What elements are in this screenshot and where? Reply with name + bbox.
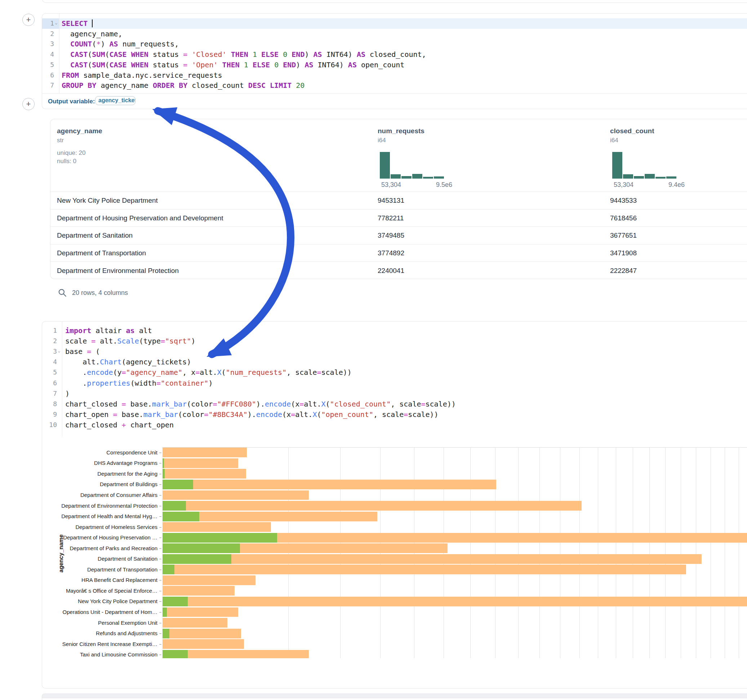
histogram-bar <box>655 177 665 179</box>
open_count-bar <box>163 554 231 564</box>
code-line: COUNT(*) AS num_requests, <box>62 39 747 48</box>
next-cell-top <box>42 698 747 700</box>
previous-cell-bottom-edge <box>42 0 747 3</box>
output-variable-bar: Output variable: agency_tickets <box>42 93 747 109</box>
code-line: chart_closed = base.mark_bar(color="#FFC… <box>65 400 747 408</box>
table-cell: Department of Environmental Protection <box>57 267 179 275</box>
line-number: 4 <box>42 50 54 58</box>
y-axis-tick <box>159 634 162 634</box>
column-header-num_requests[interactable]: num_requests <box>378 127 425 135</box>
y-axis-tick <box>159 453 162 453</box>
open_count-bar <box>163 469 165 478</box>
histogram-bar <box>434 177 444 179</box>
y-axis-tick <box>159 601 162 602</box>
code-line: SELECT <box>62 19 747 28</box>
altair-chart-output: Correspondence UnitDHS Advantage Program… <box>42 442 747 658</box>
gridline <box>560 447 560 658</box>
python-cell[interactable]: 1import altair as alt2scale = alt.Scale(… <box>42 321 747 688</box>
histogram-bar <box>380 152 390 179</box>
table-row[interactable]: Department of Sanitation37494853677651 <box>50 226 747 244</box>
column-meta: unique: 20 <box>57 149 85 157</box>
y-axis-label: DHS Advantage Programs <box>42 460 157 466</box>
y-axis-tick <box>159 559 162 559</box>
y-axis-tick <box>159 474 162 474</box>
gridline <box>540 447 540 658</box>
closed_count-bar <box>163 554 702 564</box>
line-number: 2 <box>42 30 54 38</box>
next-cell-collapsed-strip[interactable] <box>42 694 747 698</box>
open_count-bar <box>163 459 164 468</box>
open_count-bar <box>163 650 188 658</box>
y-axis-tick <box>159 516 162 517</box>
y-axis-tick <box>159 484 162 485</box>
y-axis-tick <box>159 538 162 538</box>
code-line: agency_name, <box>62 30 747 38</box>
python-code-editor[interactable]: 1import altair as alt2scale = alt.Scale(… <box>42 321 747 437</box>
table-cell: 2222847 <box>610 267 637 275</box>
code-line: chart_open = base.mark_bar(color="#8BC34… <box>65 410 747 419</box>
table-row[interactable]: Department of Housing Preservation and D… <box>50 209 747 227</box>
closed_count-bar <box>163 459 238 468</box>
add-cell-button-top[interactable]: + <box>22 14 35 26</box>
code-line: base = ( <box>65 347 747 356</box>
open_count-bar <box>163 597 188 606</box>
search-icon[interactable] <box>57 288 67 297</box>
closed_count-bar <box>163 639 244 649</box>
plot-top-border <box>163 447 747 448</box>
line-number: 7 <box>42 389 57 397</box>
table-cell: Department of Housing Preservation and D… <box>57 214 224 222</box>
histogram-max-label: 9.4e6 <box>668 181 685 189</box>
column-header-closed_count[interactable]: closed_count <box>610 127 654 135</box>
gridline <box>665 447 665 658</box>
code-line: alt.Chart(agency_tickets) <box>65 358 747 366</box>
gridline <box>681 447 681 658</box>
closed_count-bar <box>163 618 227 628</box>
line-number: 1 <box>42 327 57 334</box>
y-axis-label: Department of Consumer Affairs <box>42 492 157 498</box>
gridline <box>725 447 725 658</box>
gridline <box>649 447 650 658</box>
y-axis-label: Department of Homeless Services <box>42 524 157 530</box>
line-number: 9 <box>42 410 57 418</box>
sql-cell[interactable]: 1⌄SELECT 2 agency_name,3 COUNT(*) AS num… <box>42 13 747 109</box>
fold-chevron-icon[interactable]: ⌄ <box>55 20 57 25</box>
table-cell: Department of Transportation <box>57 249 146 257</box>
line-number: 6 <box>42 71 54 79</box>
fold-chevron-icon[interactable]: ⌄ <box>57 348 60 353</box>
y-axis-label: Senior Citizen Rent Increase Exempti… <box>42 641 157 647</box>
column-type: i64 <box>610 137 618 144</box>
text-cursor <box>92 20 92 27</box>
table-row-count: 20 rows, 4 columns <box>72 289 128 297</box>
table-cell: 7618456 <box>610 214 637 222</box>
code-line: FROM sample_data.nyc.service_requests <box>62 71 747 80</box>
closed_count-bar <box>163 490 309 500</box>
y-axis-tick <box>159 506 162 506</box>
output-variable-pill[interactable]: agency_tickets <box>95 96 136 105</box>
table-cell: 3471908 <box>610 249 637 257</box>
gridline <box>518 447 519 658</box>
column-header-agency_name[interactable]: agency_name <box>57 127 102 135</box>
table-row[interactable]: Department of Transportation377489234719… <box>50 244 747 262</box>
code-line: CAST(SUM(CASE WHEN status = 'Closed' THE… <box>62 50 747 59</box>
y-axis-label: Department of Environmental Protection <box>42 503 157 509</box>
open_count-bar <box>163 533 277 543</box>
table-cell: New York City Police Department <box>57 197 158 205</box>
gridline <box>470 447 470 658</box>
closed_count-bar <box>163 575 256 585</box>
table-row[interactable]: Department of Environmental Protection22… <box>50 261 747 279</box>
open_count-bar <box>163 480 193 489</box>
sql-code-editor[interactable]: 1⌄SELECT 2 agency_name,3 COUNT(*) AS num… <box>42 14 747 93</box>
histogram-bar <box>623 174 633 179</box>
table-row[interactable]: New York City Police Department945313194… <box>50 192 747 209</box>
y-axis-tick <box>159 548 162 549</box>
histogram-bar <box>401 176 411 179</box>
line-number: 1 <box>42 20 54 27</box>
column-histogram <box>380 152 444 179</box>
add-cell-button-middle[interactable]: + <box>22 98 35 110</box>
y-axis-label: New York City Police Department <box>42 598 157 604</box>
closed_count-bar <box>163 469 246 478</box>
line-number: 4 <box>42 358 57 365</box>
y-axis-label: Mayorâ€ s Office of Special Enforce… <box>42 588 157 594</box>
y-axis-title: agency_name <box>58 534 65 573</box>
open_count-bar <box>163 512 199 521</box>
